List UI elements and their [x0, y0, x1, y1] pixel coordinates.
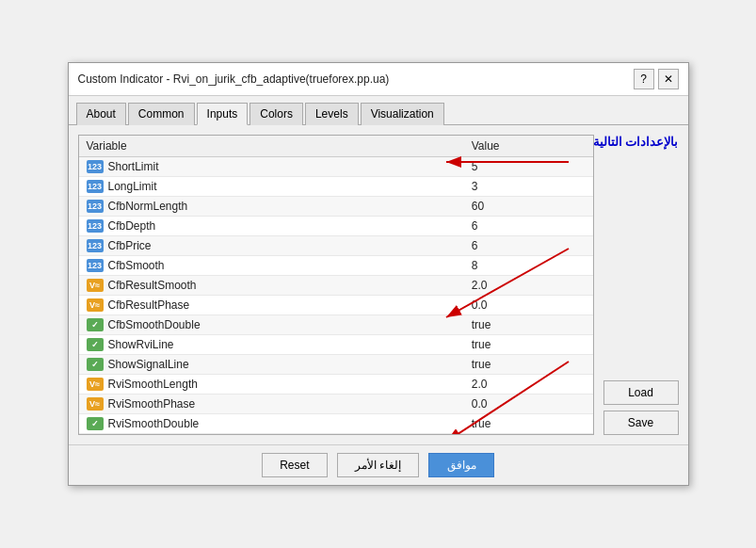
variable-cell: 123ShortLimit: [79, 157, 464, 177]
table-row[interactable]: V≈CfbResultSmooth2.0: [79, 276, 593, 296]
value-cell[interactable]: 3: [464, 177, 593, 197]
footer: Reset إلغاء الأمر موافق: [69, 444, 688, 485]
col-variable: Variable: [79, 136, 464, 157]
type-icon: ✓: [87, 338, 104, 351]
type-icon: 123: [87, 200, 104, 213]
variable-cell: ✓RviSmoothDouble: [79, 414, 464, 434]
cancel-button[interactable]: إلغاء الأمر: [337, 453, 419, 477]
variable-name: CfbSmoothDouble: [108, 318, 201, 331]
variable-name: CfbPrice: [108, 239, 152, 252]
right-panel: بالإعدادات التالية Load Save: [603, 135, 679, 435]
variable-cell: V≈CfbResultPhase: [79, 296, 464, 315]
table-row[interactable]: V≈RviSmoothLength2.0: [79, 375, 593, 395]
type-icon: ✓: [87, 318, 104, 331]
variable-name: ShortLimit: [108, 160, 159, 173]
value-cell[interactable]: 6: [464, 217, 593, 236]
arabic-annotation: بالإعدادات التالية: [593, 135, 679, 149]
variable-cell: 123CfbPrice: [79, 236, 464, 256]
variable-cell: V≈RviSmoothLength: [79, 375, 464, 395]
table-row[interactable]: 123CfbDepth6: [79, 217, 593, 236]
tab-visualization[interactable]: Visualization: [361, 103, 444, 125]
variable-name: ShowRviLine: [108, 338, 174, 351]
variable-name: LongLimit: [108, 180, 157, 193]
value-cell[interactable]: 6: [464, 236, 593, 256]
type-icon: V≈: [87, 397, 104, 411]
variable-cell: 123CfbNormLength: [79, 197, 464, 217]
table-row[interactable]: ✓RviSmoothDoubletrue: [79, 414, 593, 434]
variable-name: ShowSignalLine: [108, 358, 189, 371]
col-value: Value: [464, 136, 593, 157]
value-cell[interactable]: 8: [464, 256, 593, 276]
variable-name: RviSmoothDouble: [108, 417, 200, 430]
variable-name: CfbSmooth: [108, 259, 165, 272]
value-cell[interactable]: true: [464, 355, 593, 375]
variable-cell: V≈CfbResultSmooth: [79, 276, 464, 296]
variable-name: RviSmoothPhase: [108, 397, 196, 411]
table-row[interactable]: 123ShortLimit5: [79, 157, 593, 177]
value-cell[interactable]: 0.0: [464, 296, 593, 315]
table-row[interactable]: ✓ShowSignalLinetrue: [79, 355, 593, 375]
type-icon: 123: [87, 219, 104, 233]
title-bar-controls: ? ✕: [634, 69, 679, 89]
table-row[interactable]: 123CfbNormLength60: [79, 197, 593, 217]
type-icon: V≈: [87, 298, 104, 312]
value-cell[interactable]: true: [464, 414, 593, 434]
table-row[interactable]: V≈CfbResultPhase0.0: [79, 296, 593, 315]
reset-button[interactable]: Reset: [262, 453, 328, 477]
window-title: Custom Indicator - Rvi_on_jurik_cfb_adap…: [78, 73, 390, 86]
help-button[interactable]: ?: [634, 69, 654, 89]
variable-name: CfbResultSmooth: [108, 279, 197, 292]
ok-button[interactable]: موافق: [428, 453, 494, 477]
variables-table-container[interactable]: Variable Value 123ShortLimit5123LongLimi…: [78, 135, 594, 435]
table-row[interactable]: ✓ShowRviLinetrue: [79, 335, 593, 355]
save-button[interactable]: Save: [603, 411, 679, 435]
type-icon: 123: [87, 160, 104, 173]
variable-name: RviSmoothLength: [108, 378, 198, 391]
table-row[interactable]: ✓CfbSmoothDoubletrue: [79, 315, 593, 335]
variable-cell: 123LongLimit: [79, 177, 464, 197]
annotation-area: بالإعدادات التالية: [603, 135, 679, 375]
value-cell[interactable]: 2.0: [464, 375, 593, 395]
variable-name: CfbDepth: [108, 219, 156, 233]
tab-about[interactable]: About: [76, 103, 126, 125]
value-cell[interactable]: 2.0: [464, 276, 593, 296]
tab-bar: About Common Inputs Colors Levels Visual…: [69, 96, 688, 125]
table-row[interactable]: 123LongLimit3: [79, 177, 593, 197]
variable-cell: V≈RviSmoothPhase: [79, 395, 464, 414]
load-button[interactable]: Load: [603, 380, 679, 405]
tab-common[interactable]: Common: [128, 103, 195, 125]
table-row[interactable]: 123CfbPrice6: [79, 236, 593, 256]
variable-cell: ✓ShowSignalLine: [79, 355, 464, 375]
type-icon: ✓: [87, 358, 104, 371]
content-area: Variable Value 123ShortLimit5123LongLimi…: [69, 125, 688, 444]
value-cell[interactable]: 5: [464, 157, 593, 177]
variable-name: CfbNormLength: [108, 200, 188, 213]
type-icon: 123: [87, 239, 104, 252]
tab-inputs[interactable]: Inputs: [197, 103, 249, 125]
value-cell[interactable]: true: [464, 335, 593, 355]
value-cell[interactable]: 0.0: [464, 395, 593, 414]
variable-cell: ✓CfbSmoothDouble: [79, 315, 464, 335]
variable-cell: ✓ShowRviLine: [79, 335, 464, 355]
type-icon: V≈: [87, 378, 104, 391]
value-cell[interactable]: true: [464, 315, 593, 335]
variables-table: Variable Value 123ShortLimit5123LongLimi…: [79, 136, 593, 434]
table-row[interactable]: 123CfbSmooth8: [79, 256, 593, 276]
type-icon: 123: [87, 259, 104, 272]
value-cell[interactable]: 60: [464, 197, 593, 217]
variable-cell: 123CfbDepth: [79, 217, 464, 236]
type-icon: ✓: [87, 417, 104, 430]
table-row[interactable]: V≈RviSmoothPhase0.0: [79, 395, 593, 414]
tab-colors[interactable]: Colors: [249, 103, 303, 125]
tab-levels[interactable]: Levels: [305, 103, 359, 125]
variable-name: CfbResultPhase: [108, 298, 190, 312]
type-icon: V≈: [87, 279, 104, 292]
close-button[interactable]: ✕: [658, 69, 679, 89]
title-bar: Custom Indicator - Rvi_on_jurik_cfb_adap…: [69, 63, 688, 96]
dialog-window: Custom Indicator - Rvi_on_jurik_cfb_adap…: [68, 62, 689, 486]
type-icon: 123: [87, 180, 104, 193]
variable-cell: 123CfbSmooth: [79, 256, 464, 276]
